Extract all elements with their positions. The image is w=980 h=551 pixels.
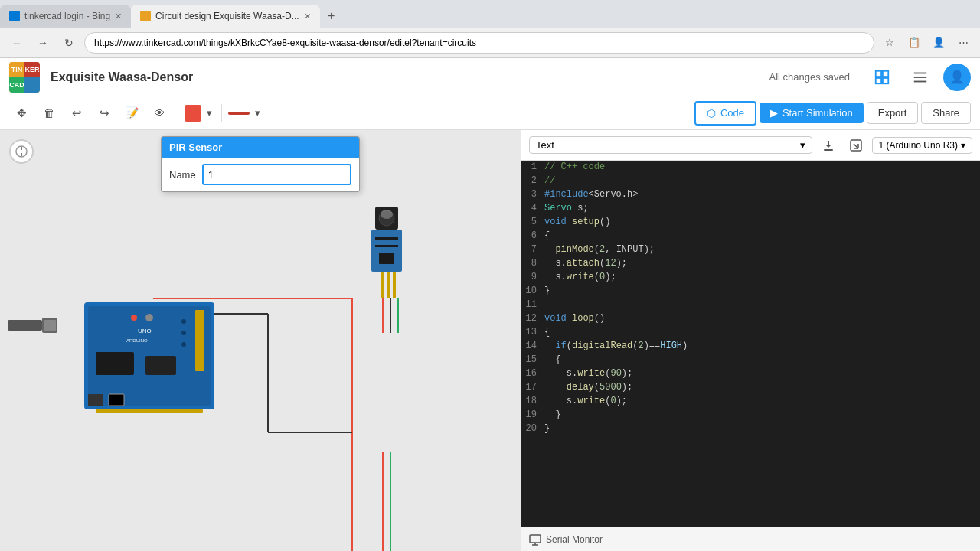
export-button[interactable]: Export [867,102,919,124]
svg-point-36 [181,319,186,324]
line-code-3: #include<Servo.h> [544,188,638,200]
tab-tinkercad-label: Circuit design Exquisite Waasa-D... [155,11,299,21]
play-icon: ▶ [770,107,778,119]
text-dropdown-label: Text [536,139,554,151]
tab-tinkercad-close[interactable]: ✕ [304,11,311,21]
tab-bing-close[interactable]: ✕ [115,11,122,21]
line-code-4: Servo s; [544,202,589,214]
code-line-15: 15 { [521,354,980,367]
svg-point-42 [145,314,153,321]
simulate-button-label: Start Simulation [782,107,853,119]
line-code-5: void setup() [544,216,610,227]
svg-line-56 [854,144,858,148]
line-code-14: if(digitalRead(2)==HIGH) [544,340,688,351]
line-code-15: { [544,354,561,365]
pir-name-label: Name [169,169,196,181]
color-dropdown-arrow[interactable]: ▾ [203,107,215,119]
list-view-button[interactable] [905,62,936,93]
usb-icon [8,314,61,337]
line-code-11 [544,298,550,310]
forward-button[interactable]: → [32,32,54,54]
code-panel: Text ▾ 1 (Arduino Uno R3) ▾ [521,130,980,551]
component-view-button[interactable] [867,62,897,93]
back-button[interactable]: ← [6,32,28,54]
saved-status: All changes saved [769,71,850,83]
line-picker[interactable]: ▾ [228,107,263,119]
tab-tinkercad[interactable]: Circuit design Exquisite Waasa-D... ✕ [131,5,320,28]
new-tab-button[interactable]: + [320,5,343,28]
component-icon [874,69,890,86]
line-code-9: s.write(0); [544,271,616,282]
svg-rect-40 [109,394,124,406]
delete-tool[interactable]: 🗑 [37,101,61,126]
line-dropdown-arrow[interactable]: ▾ [251,107,263,119]
reload-button[interactable]: ↻ [58,32,80,54]
line-code-7: pinMode(2, INPUT); [544,243,655,255]
board-label: 1 (Arduino Uno R3) [879,140,958,151]
canvas-area[interactable]: UNO ARDUINO [0,130,521,551]
serial-monitor-icon [529,533,541,546]
compass[interactable] [9,139,34,164]
code-line-18: 18 s.write(0); [521,395,980,409]
line-num-14: 14 [521,340,544,351]
pan-tool[interactable]: ✥ [9,101,34,126]
share-button[interactable]: Share [921,102,971,124]
board-selector[interactable]: 1 (Arduino Uno R3) ▾ [872,137,972,154]
line-code-12: void loop() [544,312,605,324]
svg-point-46 [381,210,393,219]
pir-popup-title: PIR Sensor [169,142,222,153]
upload-code-button[interactable] [844,134,867,157]
notes-tool[interactable]: 📝 [119,101,144,126]
line-code-19: } [544,409,561,420]
address-input[interactable] [84,32,874,54]
tab-bing[interactable]: tinkercad login - Bing ✕ [0,5,131,28]
favorites-icon[interactable]: ☆ [879,32,900,54]
line-num-18: 18 [521,395,544,406]
line-num-20: 20 [521,422,544,434]
svg-rect-49 [375,245,398,247]
view-tool[interactable]: 👁 [147,101,172,126]
download-code-button[interactable] [817,134,840,157]
code-line-6: 6 { [521,230,980,243]
bing-favicon [9,11,20,21]
code-line-17: 17 delay(5000); [521,381,980,395]
line-code-6: { [544,230,550,241]
color-swatch[interactable] [185,105,201,122]
svg-rect-54 [824,149,833,151]
user-avatar[interactable]: 👤 [943,64,971,91]
svg-rect-0 [876,70,881,76]
line-num-12: 12 [521,312,544,324]
arduino-board[interactable]: UNO ARDUINO [77,295,222,419]
line-num-7: 7 [521,243,544,255]
pir-name-input[interactable] [202,164,351,185]
profile-icon[interactable]: 👤 [928,32,949,54]
toolbar: ✥ 🗑 ↩ ↪ 📝 👁 ▾ ▾ ⬡ Code ▶ Start Simulatio… [0,96,980,130]
menu-icon[interactable]: ⋯ [952,32,974,54]
code-editor[interactable]: 1 // C++ code 2 // 3 #include<Servo.h> 4… [521,161,980,527]
code-button[interactable]: ⬡ Code [694,101,756,126]
svg-rect-2 [876,77,881,83]
code-line-7: 7 pinMode(2, INPUT); [521,243,980,257]
svg-rect-48 [375,237,398,240]
collections-icon[interactable]: 📋 [903,32,925,54]
svg-rect-53 [393,272,396,298]
simulate-button[interactable]: ▶ Start Simulation [760,103,864,123]
line-num-15: 15 [521,354,544,365]
serial-monitor-label: Serial Monitor [546,534,603,545]
logo-tin: TIN [9,62,24,77]
text-dropdown[interactable]: Text ▾ [529,136,812,154]
svg-text:ARDUINO: ARDUINO [126,338,148,343]
line-code-17: delay(5000); [544,381,632,393]
svg-rect-35 [195,310,204,371]
code-line-14: 14 if(digitalRead(2)==HIGH) [521,340,980,354]
line-code-10: } [544,285,550,296]
code-line-11: 11 [521,298,980,312]
pir-sensor[interactable] [364,203,410,305]
line-code-20: } [544,422,550,434]
line-num-13: 13 [521,326,544,337]
logo-ker: KER [24,62,40,77]
redo-tool[interactable]: ↪ [92,101,116,126]
color-picker[interactable]: ▾ [185,105,215,122]
serial-monitor-bar[interactable]: Serial Monitor [521,527,980,551]
undo-tool[interactable]: ↩ [64,101,89,126]
